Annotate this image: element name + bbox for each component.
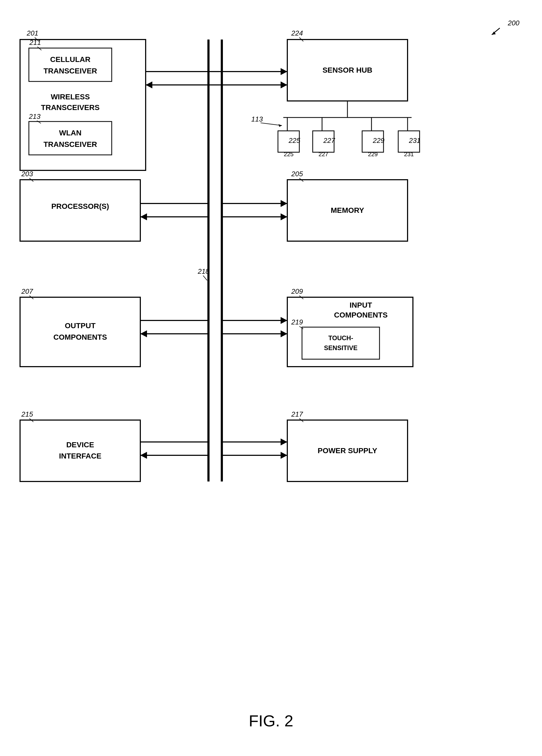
ref-229: 229	[373, 136, 384, 144]
svg-marker-41	[281, 68, 287, 75]
device-interface-label1: DEVICE	[66, 441, 94, 449]
ref-231: 231	[409, 136, 420, 144]
sensor-229-label: 229	[368, 151, 378, 158]
wireless-transceivers-label2: TRANSCEIVERS	[41, 103, 99, 112]
svg-marker-58	[140, 330, 147, 337]
svg-rect-5	[29, 48, 112, 81]
sensor-hub-label1: SENSOR HUB	[323, 66, 373, 74]
fig-label: FIG. 2	[249, 712, 294, 730]
ref-219: 219	[291, 318, 303, 326]
svg-marker-62	[281, 438, 287, 445]
svg-marker-17	[279, 124, 282, 127]
ref-201: 201	[26, 29, 38, 37]
ref-227: 227	[323, 136, 336, 144]
ref-207: 207	[21, 287, 33, 295]
ref-203: 203	[21, 170, 33, 178]
diagram-container: 200 201 211 CELLULAR TRANSCEIVER WIRELES…	[0, 0, 542, 756]
cellular-transceiver-label2: TRANSCEIVER	[44, 67, 97, 75]
cellular-transceiver-label1: CELLULAR	[50, 55, 91, 64]
ref-225: 225	[289, 136, 301, 144]
ref-209: 209	[291, 287, 303, 295]
ref-213: 213	[29, 112, 41, 120]
svg-marker-59	[281, 330, 287, 337]
svg-marker-65	[140, 452, 147, 459]
svg-marker-45	[281, 81, 287, 88]
svg-line-16	[260, 123, 282, 126]
svg-marker-51	[140, 213, 147, 220]
touch-sensitive-label2: SENSITIVE	[324, 344, 357, 351]
sensor-231-label: 231	[404, 151, 414, 158]
svg-line-36	[203, 276, 207, 280]
ref-211: 211	[29, 38, 41, 46]
svg-rect-7	[29, 122, 112, 155]
ref-224: 224	[291, 29, 303, 37]
svg-rect-31	[302, 327, 380, 359]
svg-rect-27	[20, 297, 140, 367]
wireless-transceivers-label1: WIRELESS	[51, 93, 90, 101]
fig-number: 200	[508, 19, 520, 27]
ref-215: 215	[21, 410, 33, 418]
ref-113: 113	[251, 115, 263, 123]
ref-205: 205	[291, 170, 303, 178]
wlan-transceiver-label2: TRANSCEIVER	[44, 140, 97, 148]
memory-label: MEMORY	[331, 206, 364, 214]
svg-marker-55	[281, 317, 287, 324]
input-comp-label1: INPUT	[350, 301, 372, 309]
touch-sensitive-label1: TOUCH-	[329, 334, 353, 342]
svg-rect-33	[20, 420, 140, 481]
wlan-transceiver-label1: WLAN	[59, 129, 81, 137]
svg-marker-44	[146, 81, 152, 88]
svg-marker-52	[281, 213, 287, 220]
svg-marker-66	[281, 452, 287, 459]
power-supply-label: POWER SUPPLY	[318, 446, 377, 455]
output-comp-label2: COMPONENTS	[53, 333, 107, 341]
ref-217: 217	[291, 410, 303, 418]
input-comp-label2: COMPONENTS	[334, 311, 388, 319]
sensor-225-label: 225	[284, 151, 294, 158]
output-comp-label1: OUTPUT	[65, 322, 95, 330]
processor-label1: PROCESSOR(S)	[51, 202, 109, 210]
sensor-227-label: 227	[319, 151, 329, 158]
svg-marker-48	[281, 200, 287, 207]
device-interface-label2: INTERFACE	[59, 452, 101, 460]
